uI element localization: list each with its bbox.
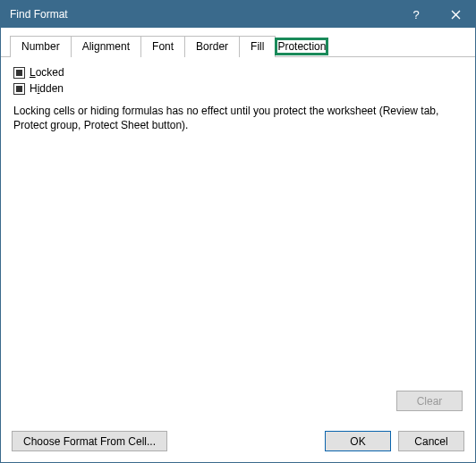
checkbox-indeterminate-icon bbox=[16, 86, 22, 92]
ok-button[interactable]: OK bbox=[325, 431, 391, 451]
locked-row: Locked bbox=[13, 66, 463, 79]
locked-label[interactable]: Locked bbox=[30, 66, 64, 79]
clear-button: Clear bbox=[396, 391, 463, 411]
help-icon: ? bbox=[412, 8, 419, 21]
locked-checkbox[interactable] bbox=[13, 67, 25, 79]
tab-font[interactable]: Font bbox=[140, 36, 185, 57]
dialog-button-row: Choose Format From Cell... OK Cancel bbox=[1, 424, 475, 462]
dialog-title: Find Format bbox=[10, 8, 396, 21]
clear-row: Clear bbox=[13, 391, 463, 417]
help-button[interactable]: ? bbox=[396, 1, 436, 28]
close-icon bbox=[451, 10, 461, 20]
protection-panel: Locked Hidden Locking cells or hiding fo… bbox=[1, 57, 475, 424]
checkbox-indeterminate-icon bbox=[16, 70, 22, 76]
tab-border[interactable]: Border bbox=[184, 36, 240, 57]
hidden-label[interactable]: Hidden bbox=[30, 82, 64, 95]
hidden-row: Hidden bbox=[13, 82, 463, 95]
tab-protection-label: Protection bbox=[277, 40, 326, 53]
find-format-dialog: Find Format ? Number Alignment Font Bord… bbox=[0, 0, 476, 463]
hidden-checkbox[interactable] bbox=[13, 83, 25, 95]
choose-format-from-cell-button[interactable]: Choose Format From Cell... bbox=[12, 431, 167, 451]
cancel-button[interactable]: Cancel bbox=[398, 431, 464, 451]
titlebar: Find Format ? bbox=[1, 1, 475, 28]
tab-protection[interactable]: Protection bbox=[275, 38, 328, 55]
close-button[interactable] bbox=[436, 1, 475, 28]
tab-strip: Number Alignment Font Border Fill Protec… bbox=[1, 28, 475, 57]
tab-number[interactable]: Number bbox=[10, 36, 72, 57]
protection-info-text: Locking cells or hiding formulas has no … bbox=[13, 104, 463, 132]
tab-alignment[interactable]: Alignment bbox=[71, 36, 141, 57]
tab-fill[interactable]: Fill bbox=[239, 36, 276, 57]
